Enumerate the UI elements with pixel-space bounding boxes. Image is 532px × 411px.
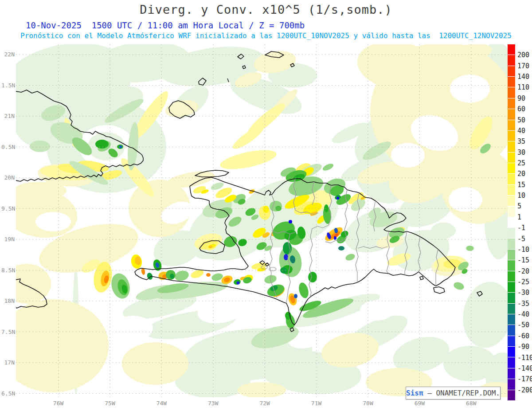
y-axis-tick-label: 22N xyxy=(1,51,15,58)
colorbar-segment xyxy=(508,196,515,206)
y-axis-tick-label: 17N xyxy=(1,359,15,366)
colorbar-tick-label: 10 xyxy=(517,192,525,200)
colorbar-segment xyxy=(508,55,515,66)
colorbar-tick-label: -60 xyxy=(517,332,529,340)
colorbar-tick-label: -15 xyxy=(517,256,529,264)
colorbar-tick-label: 15 xyxy=(517,181,525,189)
colorbar-segment xyxy=(508,271,515,282)
colorbar-tick-label: -20 xyxy=(517,267,529,275)
colorbar-tick-label: -30 xyxy=(517,289,529,297)
colorbar-tick-label: 170 xyxy=(517,62,529,70)
x-axis-tick-label: 68W xyxy=(458,400,485,407)
y-axis-tick-label: 7.5N xyxy=(1,329,15,335)
colorbar-segment xyxy=(508,228,515,239)
colorbar xyxy=(508,44,515,401)
colorbar-segment xyxy=(508,66,515,77)
colorbar-segment xyxy=(508,336,515,347)
colorbar-segment xyxy=(508,174,515,184)
x-axis-tick-label: 76W xyxy=(45,400,72,407)
colorbar-tick-label: 200 xyxy=(517,51,529,59)
colorbar-tick-label: 30 xyxy=(517,149,525,157)
colorbar-tick-label: 1 xyxy=(517,213,521,221)
colorbar-segment xyxy=(508,77,515,87)
colorbar-tick-label: 110 xyxy=(517,83,529,91)
page-title: Diverg. y Conv. x10^5 (1/s,somb.) xyxy=(0,3,532,16)
colorbar-segment xyxy=(508,153,515,163)
colorbar-tick-label: 25 xyxy=(517,159,525,167)
colorbar-segment xyxy=(508,357,515,368)
colorbar-tick-label: 60 xyxy=(517,105,525,113)
colorbar-segment xyxy=(508,304,515,314)
colorbar-segment xyxy=(508,206,515,217)
subtitle-forecast: Pronóstico con el Modelo Atmósferico WRF… xyxy=(0,31,532,40)
colorbar-segment xyxy=(508,239,515,249)
colorbar-tick-label: 20 xyxy=(517,170,525,178)
colorbar-segment xyxy=(508,368,515,379)
colorbar-segment xyxy=(508,260,515,271)
colorbar-segment xyxy=(508,390,515,401)
x-axis-tick-label: 73W xyxy=(200,400,227,407)
colorbar-tick-label: -5 xyxy=(517,235,525,243)
colorbar-tick-label: -110 xyxy=(517,354,532,362)
colorbar-segment xyxy=(508,293,515,303)
branding-app-name: Sisπ xyxy=(406,389,423,397)
x-axis-tick-label: 75W xyxy=(97,400,123,407)
colorbar-tick-label: -1 xyxy=(517,224,525,232)
colorbar-tick-label: 140 xyxy=(517,73,529,81)
x-axis-tick-label: 70W xyxy=(355,400,381,407)
colorbar-segment xyxy=(508,87,515,98)
colorbar-segment xyxy=(508,163,515,174)
colorbar-tick-label: -200 xyxy=(517,386,532,394)
y-axis-tick-label: 18N xyxy=(1,297,15,304)
colorbar-segment xyxy=(508,347,515,357)
colorbar-tick-label: -35 xyxy=(517,300,529,308)
colorbar-tick-label: -90 xyxy=(517,343,529,351)
colorbar-segment xyxy=(508,98,515,109)
colorbar-segment xyxy=(508,217,515,228)
colorbar-segment xyxy=(508,141,515,152)
branding-separator: – xyxy=(423,389,436,397)
colorbar-segment xyxy=(508,120,515,131)
map-canvas xyxy=(16,44,508,397)
colorbar-tick-label: 50 xyxy=(517,116,525,124)
colorbar-tick-label: -40 xyxy=(517,310,529,318)
y-axis-tick-label: 20N xyxy=(1,174,15,181)
colorbar-segment xyxy=(508,250,515,260)
colorbar-tick-label: 35 xyxy=(517,137,525,145)
branding-box: Sisπ – ONAMET/REP.DOM. xyxy=(406,387,501,399)
x-axis-tick-label: 69W xyxy=(406,400,433,407)
subtitle-datetime: 10-Nov-2025 1500 UTC / 11:00 am Hora Loc… xyxy=(26,20,305,30)
colorbar-tick-label: -10 xyxy=(517,246,529,254)
x-axis-tick-label: 74W xyxy=(148,400,175,407)
y-axis-tick-label: 1.5N xyxy=(1,82,15,89)
colorbar-segment xyxy=(508,325,515,336)
colorbar-segment xyxy=(508,282,515,293)
colorbar-tick-label: 40 xyxy=(517,127,525,135)
colorbar-tick-label: -50 xyxy=(517,321,529,329)
y-axis-tick-label: 0.5N xyxy=(1,144,15,150)
colorbar-tick-label: -25 xyxy=(517,278,529,286)
y-axis-tick-label: 19N xyxy=(1,236,15,243)
colorbar-tick-label: -170 xyxy=(517,375,532,383)
x-axis-tick-label: 72W xyxy=(251,400,278,407)
x-axis-tick-label: 71W xyxy=(303,400,330,407)
weather-map-page: Diverg. y Conv. x10^5 (1/s,somb.) 10-Nov… xyxy=(0,0,532,411)
y-axis-tick-label: 8.5N xyxy=(1,267,15,274)
colorbar-segment xyxy=(508,109,515,120)
branding-org: ONAMET/REP.DOM. xyxy=(436,389,500,397)
y-axis-tick-label: 9.5N xyxy=(1,205,15,212)
colorbar-segment xyxy=(508,314,515,325)
y-axis-tick-label: 6.5N xyxy=(1,390,15,397)
colorbar-tick-label: -140 xyxy=(517,364,532,372)
colorbar-segment xyxy=(508,185,515,196)
y-axis-tick-label: 21N xyxy=(1,113,15,119)
colorbar-segment xyxy=(508,44,515,55)
colorbar-segment xyxy=(508,379,515,390)
colorbar-tick-label: 5 xyxy=(517,202,521,210)
colorbar-tick-label: 90 xyxy=(517,94,525,102)
colorbar-segment xyxy=(508,131,515,141)
